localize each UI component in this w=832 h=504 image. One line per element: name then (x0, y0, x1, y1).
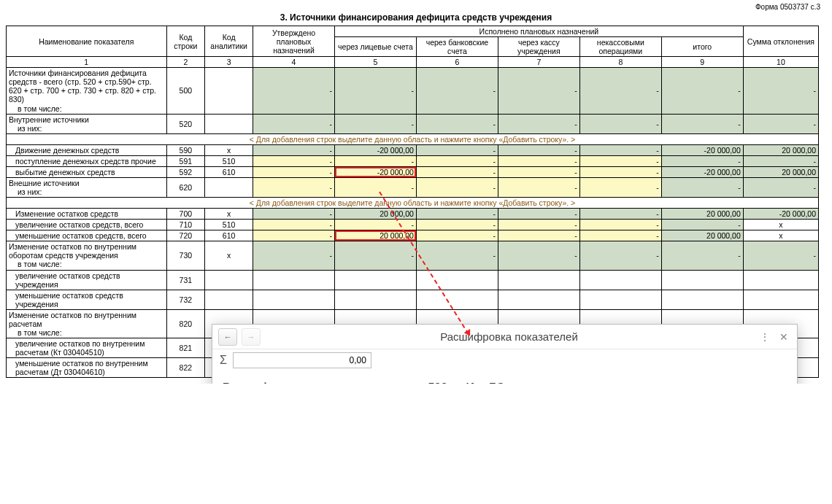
cell-an (205, 68, 253, 114)
cell[interactable]: - (334, 68, 416, 114)
highlighted-cell-592[interactable]: -20 000,00 (334, 166, 416, 177)
cell-name: Движение денежных средств (7, 144, 167, 155)
cell[interactable]: -20 000,00 (661, 144, 743, 155)
hdr-executed-group: Исполнено плановых назначений (334, 26, 743, 37)
cell[interactable]: - (416, 230, 498, 241)
cell[interactable]: - (579, 155, 661, 166)
cell[interactable]: 20 000,00 (743, 166, 818, 177)
cell[interactable]: - (416, 209, 498, 220)
cell[interactable]: - (334, 241, 416, 270)
table-row[interactable]: уменьшение остатков средств учреждения 7… (7, 290, 819, 309)
add-row-hint[interactable]: < Для добавления строк выделите данную о… (7, 133, 819, 144)
cell[interactable]: - (334, 177, 416, 197)
cell-name: увеличение остатков по внутренним расчет… (7, 338, 167, 357)
cell[interactable]: -20 000,00 (334, 144, 416, 155)
cell[interactable]: - (253, 144, 335, 155)
cell[interactable]: - (334, 114, 416, 133)
cell[interactable]: -20 000,00 (743, 209, 818, 220)
cell[interactable]: - (661, 68, 743, 114)
table-row[interactable]: поступление денежных средств прочие 591 … (7, 155, 819, 166)
cell[interactable]: - (661, 114, 743, 133)
cell[interactable]: - (579, 144, 661, 155)
cell[interactable]: - (579, 230, 661, 241)
cell[interactable]: - (661, 220, 743, 230)
cell[interactable]: - (579, 220, 661, 230)
cell[interactable]: - (579, 241, 661, 270)
cell[interactable]: - (498, 177, 579, 197)
cell[interactable]: - (334, 220, 416, 230)
cell[interactable]: - (416, 68, 498, 114)
cell-code: 732 (166, 290, 205, 309)
cell[interactable]: - (253, 68, 335, 114)
table-row[interactable]: Внешние источникииз них: 620 - - - - - -… (7, 177, 819, 197)
cell[interactable]: 20 000,00 (743, 144, 818, 155)
hdr-col9: итого (661, 37, 743, 57)
cell[interactable]: x (743, 230, 818, 241)
cell[interactable]: - (498, 114, 579, 133)
cell[interactable]: - (498, 241, 579, 270)
table-row[interactable]: Источники финансирования дефицита средст… (7, 68, 819, 114)
cell[interactable]: -20 000,00 (661, 166, 743, 177)
cell[interactable]: - (253, 241, 335, 270)
cell[interactable]: - (498, 230, 579, 241)
close-button[interactable]: ✕ (777, 331, 791, 343)
cell-an: 610 (205, 230, 253, 241)
cell[interactable]: - (743, 241, 818, 270)
sum-input[interactable] (233, 352, 371, 368)
cell-code: 731 (166, 270, 205, 290)
nav-back-button[interactable]: ← (218, 328, 237, 346)
cell[interactable]: 20 000,00 (661, 209, 743, 220)
cell-name: уменьшение остатков по внутренним расчет… (7, 358, 167, 378)
cell[interactable]: - (416, 177, 498, 197)
cell[interactable]: - (416, 144, 498, 155)
cell[interactable]: - (253, 230, 335, 241)
table-row[interactable]: Изменение остатков средств 700 x - 20 00… (7, 209, 819, 220)
cell[interactable]: - (579, 209, 661, 220)
cell[interactable]: - (498, 166, 579, 177)
cell[interactable]: - (253, 114, 335, 133)
cell[interactable]: - (416, 241, 498, 270)
cell[interactable]: - (579, 177, 661, 197)
cell[interactable]: - (253, 220, 335, 230)
table-row[interactable]: уменьшение остатков средств, всего 720 6… (7, 230, 819, 241)
cell-name: Изменение остатков по внутренним оборота… (7, 241, 167, 270)
table-row[interactable]: Внутренние источникииз них: 520 - - - - … (7, 114, 819, 133)
cell[interactable]: 20 000,00 (334, 209, 416, 220)
nav-forward-button[interactable]: → (242, 328, 261, 346)
table-row[interactable]: Движение денежных средств 590 x - -20 00… (7, 144, 819, 155)
cell[interactable]: - (253, 155, 335, 166)
cell[interactable]: - (743, 114, 818, 133)
cell[interactable]: - (498, 209, 579, 220)
cell[interactable]: - (743, 177, 818, 197)
cell[interactable]: - (416, 166, 498, 177)
cell-name: уменьшение остатков средств учреждения (7, 290, 167, 309)
cell[interactable]: - (661, 177, 743, 197)
colnum: 1 (7, 57, 167, 68)
cell[interactable]: - (743, 68, 818, 114)
cell[interactable]: - (498, 68, 579, 114)
cell[interactable]: - (579, 166, 661, 177)
cell[interactable]: 20 000,00 (661, 230, 743, 241)
cell[interactable]: - (498, 144, 579, 155)
table-row[interactable]: увеличение остатков средств, всего 710 5… (7, 220, 819, 230)
cell[interactable]: - (416, 155, 498, 166)
table-row[interactable]: выбытие денежных средств 592 610 - -20 0… (7, 166, 819, 177)
cell[interactable]: - (498, 220, 579, 230)
cell[interactable]: - (253, 166, 335, 177)
cell[interactable]: - (661, 155, 743, 166)
more-button[interactable]: ⋮ (758, 331, 772, 343)
cell[interactable]: - (253, 209, 335, 220)
cell[interactable]: - (498, 155, 579, 166)
cell[interactable]: - (743, 155, 818, 166)
cell[interactable]: - (416, 114, 498, 133)
cell[interactable]: - (579, 114, 661, 133)
cell[interactable]: - (416, 220, 498, 230)
cell[interactable]: - (661, 241, 743, 270)
add-row-hint[interactable]: < Для добавления строк выделите данную о… (7, 198, 819, 209)
cell[interactable]: - (253, 177, 335, 197)
table-row[interactable]: увеличение остатков средств учреждения 7… (7, 270, 819, 290)
cell[interactable]: - (579, 68, 661, 114)
cell[interactable]: - (334, 155, 416, 166)
detail-title: Расшифровка автозаполнения: стр592_грИсп… (223, 381, 787, 384)
cell[interactable]: x (743, 220, 818, 230)
